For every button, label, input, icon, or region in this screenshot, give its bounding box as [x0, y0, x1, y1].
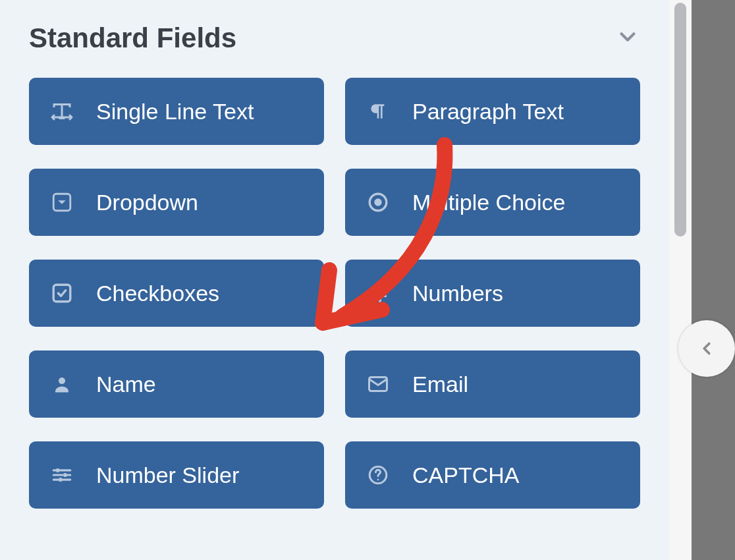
- text-width-icon: [49, 98, 75, 125]
- svg-rect-15: [59, 478, 62, 482]
- field-label: Paragraph Text: [412, 99, 564, 125]
- field-numbers[interactable]: Numbers: [345, 260, 640, 327]
- field-number-slider[interactable]: Number Slider: [29, 441, 324, 509]
- field-label: Dropdown: [96, 190, 198, 215]
- scrollbar-thumb[interactable]: [674, 3, 686, 237]
- caret-square-icon: [49, 189, 75, 215]
- field-label: Name: [96, 372, 156, 397]
- window-edge: [669, 0, 735, 560]
- field-captcha[interactable]: CAPTCHA: [345, 441, 640, 509]
- question-circle-icon: [365, 462, 391, 488]
- fields-panel: Standard Fields Single Line Text Paragra…: [0, 0, 669, 560]
- field-checkboxes[interactable]: Checkboxes: [29, 260, 324, 327]
- chevron-down-icon[interactable]: [615, 24, 640, 52]
- svg-point-17: [377, 479, 379, 481]
- section-header[interactable]: Standard Fields: [29, 22, 640, 54]
- field-single-line-text[interactable]: Single Line Text: [29, 78, 324, 145]
- svg-rect-14: [64, 473, 67, 477]
- field-label: Numbers: [412, 281, 503, 306]
- svg-line-6: [374, 285, 376, 302]
- field-multiple-choice[interactable]: Multiple Choice: [345, 169, 640, 236]
- fields-grid: Single Line Text Paragraph Text Dropdown…: [29, 78, 640, 509]
- collapse-panel-button[interactable]: [678, 320, 735, 377]
- field-paragraph-text[interactable]: Paragraph Text: [345, 78, 640, 145]
- field-dropdown[interactable]: Dropdown: [29, 169, 324, 236]
- field-label: Multiple Choice: [412, 190, 565, 215]
- svg-point-2: [374, 198, 381, 206]
- svg-rect-13: [57, 468, 59, 472]
- field-label: Checkboxes: [96, 281, 219, 306]
- section-title: Standard Fields: [29, 22, 236, 54]
- hash-icon: [365, 280, 391, 306]
- field-label: CAPTCHA: [412, 462, 519, 488]
- field-name[interactable]: Name: [29, 350, 324, 418]
- outer-chrome: [692, 0, 735, 560]
- check-square-icon: [49, 280, 75, 306]
- field-label: Single Line Text: [96, 99, 254, 125]
- pilcrow-icon: [365, 98, 391, 125]
- user-icon: [49, 371, 75, 397]
- svg-point-8: [59, 378, 65, 384]
- svg-line-7: [380, 285, 382, 302]
- scrollbar-track[interactable]: [669, 0, 692, 560]
- radio-dot-icon: [365, 189, 391, 215]
- field-label: Number Slider: [96, 462, 239, 488]
- envelope-icon: [365, 371, 391, 397]
- field-email[interactable]: Email: [345, 350, 640, 418]
- sliders-icon: [49, 462, 75, 488]
- field-label: Email: [412, 372, 468, 397]
